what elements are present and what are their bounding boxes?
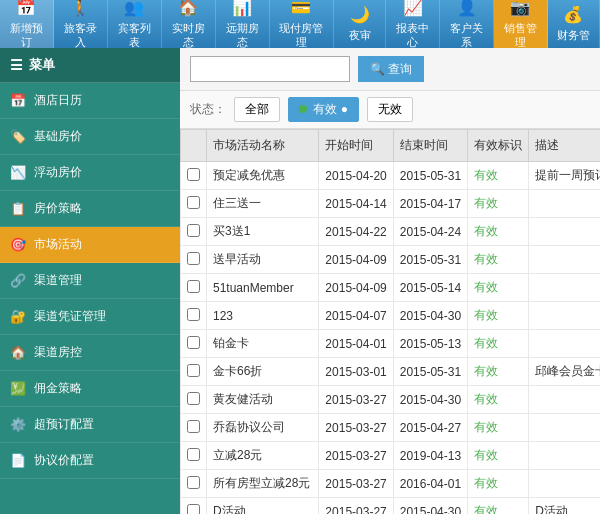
row-checkbox[interactable]	[181, 414, 207, 442]
nav-guest-entry[interactable]: 🚶 旅客录入	[54, 0, 108, 48]
row-checkbox[interactable]	[181, 302, 207, 330]
sidebar-item-price-strategy[interactable]: 📋 房价策略	[0, 191, 180, 227]
table-row[interactable]: 送早活动 2015-04-09 2015-05-31 有效	[181, 246, 601, 274]
row-desc	[529, 330, 600, 358]
table-row[interactable]: 立减28元 2015-03-27 2019-04-13 有效	[181, 442, 601, 470]
nav-new-booking[interactable]: 📅 新增预订	[0, 0, 54, 48]
row-checkbox[interactable]	[181, 470, 207, 498]
row-valid: 有效	[468, 442, 529, 470]
row-name: 黄友健活动	[207, 386, 319, 414]
row-name: 住三送一	[207, 190, 319, 218]
status-label: 状态：	[190, 101, 226, 118]
row-name: 123	[207, 302, 319, 330]
row-start: 2015-04-07	[319, 302, 393, 330]
nav-future-rooms[interactable]: 📊 远期房态	[216, 0, 270, 48]
row-checkbox[interactable]	[181, 386, 207, 414]
row-end: 2015-04-17	[393, 190, 467, 218]
table-row[interactable]: 买3送1 2015-04-22 2015-04-24 有效	[181, 218, 601, 246]
table-row[interactable]: 所有房型立减28元 2015-03-27 2016-04-01 有效	[181, 470, 601, 498]
table-row[interactable]: 123 2015-04-07 2015-04-30 有效	[181, 302, 601, 330]
nav-guest-list[interactable]: 👥 宾客列表	[108, 0, 162, 48]
row-valid: 有效	[468, 218, 529, 246]
row-start: 2015-04-09	[319, 246, 393, 274]
col-name: 市场活动名称	[207, 130, 319, 162]
row-name: 铂金卡	[207, 330, 319, 358]
sidebar-item-overbooking[interactable]: ⚙️ 超预订配置	[0, 407, 180, 443]
search-input[interactable]	[190, 56, 350, 82]
row-checkbox[interactable]	[181, 498, 207, 515]
nav-finance[interactable]: 💰 财务管	[548, 0, 600, 48]
sidebar-header: ☰ 菜单	[0, 48, 180, 83]
row-end: 2015-04-30	[393, 302, 467, 330]
target-icon: 🎯	[10, 237, 26, 252]
table-row[interactable]: 铂金卡 2015-04-01 2015-05-13 有效	[181, 330, 601, 358]
nav-reports[interactable]: 📈 报表中心	[386, 0, 440, 48]
row-checkbox[interactable]	[181, 442, 207, 470]
row-name: 预定减免优惠	[207, 162, 319, 190]
row-checkbox[interactable]	[181, 330, 207, 358]
settings-icon: ⚙️	[10, 417, 26, 432]
row-end: 2016-04-01	[393, 470, 467, 498]
row-checkbox[interactable]	[181, 218, 207, 246]
sidebar-item-channel-control[interactable]: 🏠 渠道房控	[0, 335, 180, 371]
row-desc	[529, 470, 600, 498]
home-icon: 🏠	[178, 0, 198, 19]
row-checkbox[interactable]	[181, 190, 207, 218]
row-checkbox[interactable]	[181, 274, 207, 302]
table-row[interactable]: 预定减免优惠 2015-04-20 2015-05-31 有效 提前一周预订	[181, 162, 601, 190]
row-start: 2015-03-27	[319, 470, 393, 498]
nav-payment[interactable]: 💳 现付房管理	[270, 0, 334, 48]
table-row[interactable]: 住三送一 2015-04-14 2015-04-17 有效	[181, 190, 601, 218]
nav-realtime-rooms[interactable]: 🏠 实时房态	[162, 0, 216, 48]
table-row[interactable]: D活动 2015-03-27 2015-04-30 有效 D活动	[181, 498, 601, 515]
table-row[interactable]: 黄友健活动 2015-03-27 2015-04-30 有效	[181, 386, 601, 414]
table-container[interactable]: 市场活动名称 开始时间 结束时间 有效标识 描述 预定减免优惠 2015-04-…	[180, 129, 600, 514]
row-start: 2015-04-14	[319, 190, 393, 218]
nav-crm[interactable]: 👤 客户关系	[440, 0, 494, 48]
row-end: 2015-04-30	[393, 386, 467, 414]
row-desc	[529, 218, 600, 246]
sidebar-item-base-price[interactable]: 🏷️ 基础房价	[0, 119, 180, 155]
sidebar-item-agreement-price[interactable]: 📄 协议价配置	[0, 443, 180, 479]
row-desc: 邱峰会员金卡	[529, 358, 600, 386]
market-activity-table: 市场活动名称 开始时间 结束时间 有效标识 描述 预定减免优惠 2015-04-…	[180, 129, 600, 514]
row-valid: 有效	[468, 302, 529, 330]
valid-dot	[299, 105, 307, 113]
sidebar-item-channel-voucher[interactable]: 🔐 渠道凭证管理	[0, 299, 180, 335]
nav-sales[interactable]: 📷 销售管理	[494, 0, 548, 48]
row-name: 乔磊协议公司	[207, 414, 319, 442]
table-row[interactable]: 乔磊协议公司 2015-03-27 2015-04-27 有效	[181, 414, 601, 442]
row-checkbox[interactable]	[181, 246, 207, 274]
row-start: 2015-03-27	[319, 498, 393, 515]
table-row[interactable]: 51tuanMember 2015-04-09 2015-05-14 有效	[181, 274, 601, 302]
table-row[interactable]: 金卡66折 2015-03-01 2015-05-31 有效 邱峰会员金卡	[181, 358, 601, 386]
row-valid: 有效	[468, 330, 529, 358]
row-desc	[529, 302, 600, 330]
row-desc	[529, 274, 600, 302]
search-button[interactable]: 🔍 查询	[358, 56, 424, 82]
row-valid: 有效	[468, 274, 529, 302]
room-icon: 🏠	[10, 345, 26, 360]
moon-icon: 🌙	[350, 5, 370, 26]
menu-icon: ☰	[10, 57, 23, 73]
filter-valid[interactable]: 有效 ●	[288, 97, 359, 122]
row-checkbox[interactable]	[181, 162, 207, 190]
row-valid: 有效	[468, 470, 529, 498]
filter-all[interactable]: 全部	[234, 97, 280, 122]
filter-invalid[interactable]: 无效	[367, 97, 413, 122]
toolbar: 🔍 查询	[180, 48, 600, 91]
sidebar-item-float-price[interactable]: 📉 浮动房价	[0, 155, 180, 191]
nav-night-audit[interactable]: 🌙 夜审	[334, 0, 386, 48]
col-start: 开始时间	[319, 130, 393, 162]
sidebar-item-market-activity[interactable]: 🎯 市场活动	[0, 227, 180, 263]
sidebar-item-commission[interactable]: 💹 佣金策略	[0, 371, 180, 407]
row-desc	[529, 414, 600, 442]
chart-icon: 📊	[232, 0, 252, 19]
sidebar-item-channel-mgmt[interactable]: 🔗 渠道管理	[0, 263, 180, 299]
money-icon: 💰	[563, 5, 583, 26]
row-end: 2015-05-14	[393, 274, 467, 302]
row-checkbox[interactable]	[181, 358, 207, 386]
sidebar-item-hotel-calendar[interactable]: 📅 酒店日历	[0, 83, 180, 119]
doc-icon: 📄	[10, 453, 26, 468]
row-end: 2015-05-31	[393, 246, 467, 274]
